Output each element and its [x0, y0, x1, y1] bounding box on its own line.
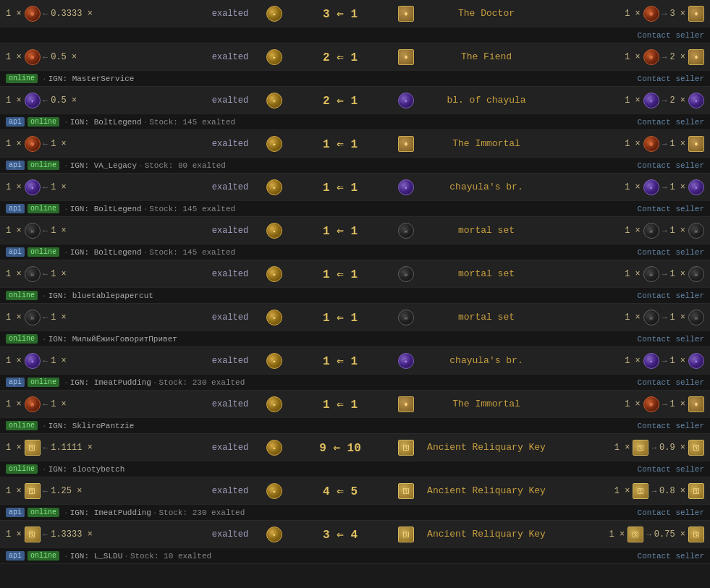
result-arrow: →: [662, 400, 667, 409]
item-name-section: The Fiend: [414, 51, 559, 62]
exalted-orb-icon: [266, 136, 282, 152]
info-row: apionline· IGN: VA_Legacy · Stock: 80 ex…: [0, 158, 710, 174]
chaos-orb-icon: [643, 49, 659, 65]
result-prefix: 1 ×: [625, 356, 641, 366]
contact-seller-button[interactable]: Contact seller: [638, 74, 704, 83]
reliquary-icon: [398, 527, 414, 542]
exalted-orb-icon: [266, 6, 282, 22]
ign-label: IGN: ImeatPudding: [70, 378, 151, 387]
contact-seller-button[interactable]: Contact seller: [638, 118, 704, 127]
exchange-numbers: 1 ⇐ 1: [311, 310, 369, 325]
result-prefix: 1 ×: [625, 182, 641, 192]
item-name-section: mortal set: [414, 225, 559, 236]
trade-left-side: 1 ×←1 ×: [6, 310, 194, 325]
trade-left-side: 1 ×←0.5 ×: [6, 93, 194, 108]
exchange-middle: 1 ⇐ 1: [282, 354, 398, 368]
contact-seller-button[interactable]: Contact seller: [638, 335, 704, 344]
trade-list: 1 ×←0.3333 ×exalted3 ⇐ 1The Doctor1 ×→3 …: [0, 0, 710, 564]
online-badge: online: [28, 508, 59, 517]
exchange-middle: 3 ⇐ 1: [282, 7, 398, 21]
left-arrow: ←: [43, 357, 48, 365]
reliquary-icon: [688, 440, 704, 456]
result-multiplier: 1 ×: [669, 226, 685, 236]
item-name-text: mortal set: [458, 225, 515, 236]
exchange-middle: 3 ⇐ 4: [282, 527, 398, 542]
trade-row: 1 ×←1 ×exalted1 ⇐ 1mortal set1 ×→1 ×: [0, 304, 710, 331]
exchange-middle: 2 ⇐ 1: [282, 93, 398, 108]
trade-left-side: 1 ×←0.5 ×: [6, 49, 194, 65]
reliquary-icon: [25, 483, 41, 499]
info-row: apionline· IGN: L_SLDU · Stock: 10 exalt…: [0, 548, 710, 564]
item-name-text: mortal set: [458, 312, 515, 323]
exchange-numbers: 9 ⇐ 10: [311, 440, 369, 455]
mortal-icon: [643, 223, 659, 239]
api-badge: api: [6, 378, 25, 387]
result-prefix: 1 ×: [625, 312, 641, 323]
left-multiplier: 1 ×: [6, 399, 22, 409]
trade-left-side: 1 ×←1 ×: [6, 179, 194, 195]
exchange-middle: 1 ⇐ 1: [282, 137, 398, 151]
left-multiplier: 1 ×: [6, 95, 22, 106]
mortal-icon: [25, 223, 41, 239]
online-badge: online: [28, 551, 59, 561]
trade-row: 1 ×←1 ×exalted1 ⇐ 1The Immortal1 ×→1 ×: [0, 130, 710, 158]
trade-row: 1 ×←1.1111 ×exalted9 ⇐ 10Ancient Reliqua…: [0, 434, 710, 461]
exchange-middle: 1 ⇐ 1: [282, 267, 398, 281]
contact-seller-button[interactable]: Contact seller: [638, 248, 704, 257]
result-side: 1 ×→3 ×: [559, 6, 704, 22]
info-row: online· IGN: slootybetchContact seller: [0, 461, 710, 477]
left-multiplier: 1 ×: [6, 312, 22, 323]
contact-seller-button[interactable]: Contact seller: [638, 378, 704, 387]
exchange-numbers: 1 ⇐ 1: [311, 223, 369, 238]
exchange-middle: 1 ⇐ 1: [282, 223, 398, 238]
result-multiplier: 3 ×: [669, 9, 685, 19]
contact-seller-button[interactable]: Contact seller: [638, 552, 704, 561]
exalted-orb-icon: [688, 49, 704, 65]
result-arrow: →: [662, 53, 667, 61]
trade-row: 1 ×←0.5 ×exalted2 ⇐ 1The Fiend1 ×→2 ×: [0, 43, 710, 71]
left-ratio: 0.5 ×: [51, 95, 77, 106]
currency-label: exalted: [194, 312, 266, 323]
online-badge: online: [28, 117, 59, 127]
result-side: 1 ×→1 ×: [559, 179, 704, 195]
mortal-icon: [398, 310, 414, 325]
exchange-numbers: 3 ⇐ 1: [311, 7, 369, 21]
contact-seller-button[interactable]: Contact seller: [638, 161, 704, 170]
left-ratio: 1 ×: [51, 182, 67, 192]
trade-row: 1 ×←1.3333 ×exalted3 ⇐ 4Ancient Reliquar…: [0, 521, 710, 548]
online-badge: online: [6, 421, 38, 430]
trade-row: 1 ×←1 ×exalted1 ⇐ 1The Immortal1 ×→1 ×: [0, 391, 710, 418]
currency-label: exalted: [194, 443, 266, 453]
left-ratio: 1 ×: [51, 312, 67, 323]
result-multiplier: 2 ×: [669, 95, 685, 106]
left-arrow: ←: [43, 443, 48, 452]
contact-seller-button[interactable]: Contact seller: [638, 205, 704, 213]
info-row: online· IGN: МилыйЁжикГоворитПриветConta…: [0, 331, 710, 347]
left-multiplier: 1 ×: [6, 529, 22, 540]
ign-label: IGN: BoltLegend: [70, 248, 142, 257]
left-ratio: 1.1111 ×: [51, 443, 93, 453]
item-name-text: Ancient Reliquary Key: [427, 529, 546, 540]
left-arrow: ←: [43, 400, 48, 409]
mortal-icon: [25, 310, 41, 325]
contact-seller-button[interactable]: Contact seller: [638, 508, 704, 517]
result-multiplier: 2 ×: [669, 52, 685, 62]
left-multiplier: 1 ×: [6, 52, 22, 62]
item-name-section: Ancient Reliquary Key: [414, 529, 559, 540]
contact-seller-button[interactable]: Contact seller: [638, 31, 704, 40]
item-name-section: The Immortal: [414, 399, 559, 409]
result-arrow: →: [651, 443, 656, 452]
contact-seller-button[interactable]: Contact seller: [638, 465, 704, 474]
result-multiplier: 1 ×: [669, 399, 685, 409]
result-prefix: 1 ×: [625, 9, 641, 19]
trade-left-side: 1 ×←1.3333 ×: [6, 527, 194, 542]
online-badge: online: [6, 291, 38, 300]
result-arrow: →: [662, 96, 667, 105]
contact-seller-button[interactable]: Contact seller: [638, 422, 704, 430]
item-name-section: Ancient Reliquary Key: [414, 442, 559, 453]
exchange-middle: 1 ⇐ 1: [282, 180, 398, 195]
exalted-orb-icon: [688, 136, 704, 152]
contact-seller-button[interactable]: Contact seller: [638, 291, 704, 300]
info-row: apionline· IGN: BoltLegend · Stock: 145 …: [0, 114, 710, 130]
reliquary-icon: [633, 483, 648, 499]
